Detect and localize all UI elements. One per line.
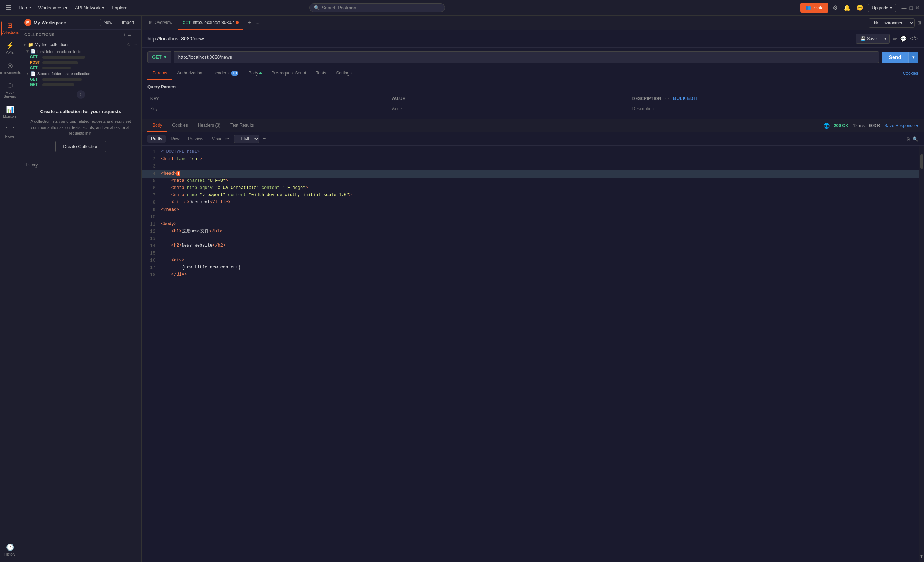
history-item[interactable]: History xyxy=(20,160,141,170)
code-line: 13 xyxy=(142,235,919,242)
fmt-tab-visualize[interactable]: Visualize xyxy=(208,135,232,143)
key-input[interactable] xyxy=(150,106,386,111)
response-time: 12 ms xyxy=(853,123,865,128)
notification-icon[interactable]: 🔔 xyxy=(842,3,852,12)
tab-authorization[interactable]: Authorization xyxy=(172,67,207,80)
upgrade-button[interactable]: Upgrade ▾ xyxy=(868,4,896,12)
resp-tab-body[interactable]: Body xyxy=(147,119,167,132)
maximize-button[interactable]: □ xyxy=(910,5,912,11)
tab-settings[interactable]: Settings xyxy=(331,67,356,80)
topbar-right: 👥 Invite ⚙ 🔔 😊 Upgrade ▾ — □ ✕ xyxy=(800,3,920,12)
create-collection-button[interactable]: Create Collection xyxy=(56,141,106,152)
environment-settings-icon[interactable]: ⊞ xyxy=(918,20,921,26)
close-button[interactable]: ✕ xyxy=(915,5,920,11)
tab-headers[interactable]: Headers 10 xyxy=(207,67,243,80)
response-status: 🌐 200 OK 12 ms 603 B Save Response ▾ xyxy=(824,123,918,129)
url-input[interactable] xyxy=(174,51,879,63)
request-item[interactable]: GET xyxy=(20,54,141,60)
save-arrow-button[interactable]: ▾ xyxy=(881,34,889,43)
resp-tab-cookies[interactable]: Cookies xyxy=(167,119,192,132)
nav-api-network[interactable]: API Network ▾ xyxy=(72,4,107,12)
collection-more-icon[interactable]: ··· xyxy=(134,42,137,47)
sidebar-item-history[interactable]: 🕐 History xyxy=(1,541,20,559)
create-collection-title: Create a collection for your requests xyxy=(40,109,121,114)
language-select[interactable]: HTML xyxy=(234,135,260,143)
folder-item-second[interactable]: ▼ 📄 Second folder inside collection xyxy=(20,71,141,77)
request-item[interactable]: GET xyxy=(20,65,141,71)
code-line: 14 <h2>News website</h2> xyxy=(142,242,919,249)
column-more-icon[interactable]: ··· xyxy=(665,96,669,101)
comment-icon[interactable]: 💬 xyxy=(900,35,907,42)
avatar-icon[interactable]: 😊 xyxy=(855,3,865,12)
add-collection-icon[interactable]: + xyxy=(123,32,126,38)
environment-select[interactable]: No Environment xyxy=(868,18,915,27)
value-input[interactable] xyxy=(391,106,626,111)
fmt-tab-preview[interactable]: Preview xyxy=(184,135,207,143)
code-line: 10 xyxy=(142,214,919,221)
chevron-down-icon: ▼ xyxy=(23,43,27,47)
send-button[interactable]: Send xyxy=(882,51,908,63)
right-panel: ⊞ Overview GET http://localhost:8080/r +… xyxy=(142,16,924,562)
edit-icon[interactable]: ✏ xyxy=(892,35,897,42)
tab-params[interactable]: Params xyxy=(147,67,172,80)
main-layout: ⊞ Collections ⚡ APIs ◎ Environments ⬡ Mo… xyxy=(0,16,924,562)
sidebar-item-flows[interactable]: ⋮⋮ Flows xyxy=(1,123,20,141)
resp-tab-headers[interactable]: Headers (3) xyxy=(193,119,225,132)
code-line: 7 <meta name="viewport" content="width=d… xyxy=(142,192,919,199)
filter-icon[interactable]: ≡ xyxy=(128,32,130,38)
wrap-icon[interactable]: ≡ xyxy=(261,135,268,143)
sidebar-item-collections[interactable]: ⊞ Collections xyxy=(1,19,20,37)
star-icon[interactable]: ☆ xyxy=(127,42,130,47)
fmt-tab-pretty[interactable]: Pretty xyxy=(147,135,166,143)
invite-button[interactable]: 👥 Invite xyxy=(800,3,828,12)
copy-icon[interactable]: ⎘ xyxy=(907,137,910,142)
resp-tab-test-results[interactable]: Test Results xyxy=(225,119,259,132)
settings-icon[interactable]: ⚙ xyxy=(831,3,839,12)
collection-item[interactable]: ▼ 📁 My first collection ☆ ··· xyxy=(20,41,141,48)
workspace-avatar: M xyxy=(24,19,32,26)
tabs-more-icon[interactable]: ··· xyxy=(255,20,260,26)
search-bar[interactable]: 🔍 Search Postman xyxy=(309,3,445,12)
collections-more-icon[interactable]: ··· xyxy=(133,32,137,38)
sidebar-item-monitors[interactable]: 📊 Monitors xyxy=(1,103,20,121)
tab-body[interactable]: Body xyxy=(243,67,266,80)
tab-pre-request[interactable]: Pre-request Script xyxy=(267,67,311,80)
cookies-link[interactable]: Cookies xyxy=(903,71,918,76)
nav-home[interactable]: Home xyxy=(16,4,34,12)
new-button[interactable]: New xyxy=(100,19,116,27)
request-item[interactable]: POST xyxy=(20,60,141,65)
code-icon[interactable]: </> xyxy=(910,35,918,42)
code-line: 1 <!DOCTYPE html> xyxy=(142,149,919,156)
request-item[interactable]: GET xyxy=(20,77,141,82)
add-tab-button[interactable]: + xyxy=(244,19,254,27)
description-input[interactable] xyxy=(632,106,915,111)
request-path-bar xyxy=(42,61,78,64)
url-icons: ✏ 💬 </> xyxy=(892,35,918,42)
import-button[interactable]: Import xyxy=(119,19,137,26)
method-select[interactable]: GET ▾ xyxy=(147,51,171,63)
fmt-tab-raw[interactable]: Raw xyxy=(167,135,183,143)
text-size-icon[interactable]: T xyxy=(920,554,923,559)
request-item[interactable]: GET xyxy=(20,82,141,87)
nav-workspaces[interactable]: Workspaces ▾ xyxy=(35,4,70,12)
search-code-icon[interactable]: 🔍 xyxy=(912,137,918,142)
sidebar-item-mock-servers[interactable]: ⬡ Mock Servers xyxy=(1,79,20,101)
minimize-button[interactable]: — xyxy=(902,5,907,11)
tab-overview[interactable]: ⊞ Overview xyxy=(145,16,177,30)
expand-icon[interactable]: › xyxy=(76,90,85,99)
menu-icon[interactable]: ☰ xyxy=(4,3,13,13)
scrollbar[interactable]: T xyxy=(919,146,924,562)
collections-icon: ⊞ xyxy=(7,21,12,29)
tab-tests[interactable]: Tests xyxy=(311,67,331,80)
sidebar-item-apis[interactable]: ⚡ APIs xyxy=(1,39,20,57)
nav-explore[interactable]: Explore xyxy=(109,4,130,12)
send-arrow-button[interactable]: ▾ xyxy=(908,51,918,63)
bulk-edit-button[interactable]: Bulk Edit xyxy=(673,96,698,101)
save-response-button[interactable]: Save Response ▾ xyxy=(884,123,918,128)
table-row xyxy=(147,104,918,114)
save-button[interactable]: 💾 Save xyxy=(856,34,881,43)
response-body: Pretty Raw Preview Visualize HTML ≡ xyxy=(142,132,924,562)
sidebar-item-environments[interactable]: ◎ Environments xyxy=(1,59,20,77)
tab-active-request[interactable]: GET http://localhost:8080/r xyxy=(178,16,243,30)
folder-item-first[interactable]: ▼ 📄 First folder inside collection xyxy=(20,48,141,54)
